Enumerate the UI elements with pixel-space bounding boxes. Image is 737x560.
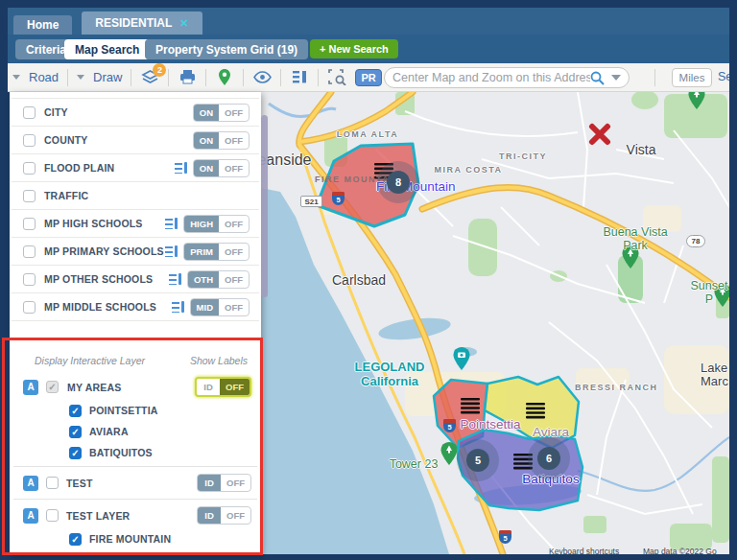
checkbox-checked[interactable]: ✓ (69, 405, 82, 417)
checkbox[interactable] (23, 190, 36, 202)
address-search-box[interactable] (384, 67, 630, 88)
checkbox-checked[interactable]: ✓ (69, 533, 82, 546)
group-row-test[interactable]: A TEST IDOFF (10, 470, 261, 496)
red-x-marker-icon[interactable] (588, 123, 611, 146)
toggle-off[interactable]: OFF (219, 160, 249, 176)
area-label-aviara[interactable]: Aviara (522, 425, 580, 439)
search-icon[interactable] (590, 71, 605, 85)
toggle-on[interactable]: HIGH (184, 216, 219, 232)
layer-row-mp-other-schools[interactable]: MP OTHER SCHOOLS OTHOFF (12, 265, 259, 292)
tree-pin-icon[interactable] (688, 92, 705, 109)
checkbox[interactable] (23, 162, 36, 175)
tab-residential[interactable]: RESIDENTIAL ✕ (82, 12, 202, 35)
poi-label-legoland[interactable]: LEGOLAND California (328, 360, 451, 388)
poi-label-tower23[interactable]: Tower 23 (387, 458, 440, 472)
legend-icon[interactable] (175, 162, 187, 174)
layer-row-flood-plain[interactable]: FLOOD PLAIN ONOFF (12, 153, 259, 181)
toggle-off[interactable]: OFF (220, 379, 250, 395)
layer-row-traffic[interactable]: TRAFFIC (12, 181, 259, 209)
checkbox[interactable] (23, 273, 36, 286)
legend-icon[interactable] (165, 245, 178, 257)
toggle-on[interactable]: MID (191, 299, 219, 315)
toggle-on[interactable]: OTH (188, 271, 219, 288)
toggle-off[interactable]: OFF (219, 216, 249, 232)
area-type-icon[interactable]: A (23, 508, 38, 524)
poi-label-sunset[interactable]: Sunset P (689, 280, 729, 307)
miles-selector[interactable]: Miles (672, 68, 712, 87)
legend-icon[interactable] (172, 301, 184, 313)
visibility-eye-icon[interactable] (252, 68, 272, 87)
toggle-on-off[interactable]: MIDOFF (190, 298, 250, 316)
tab-property-grid[interactable]: Property System Grid (19) (145, 39, 308, 59)
map-pin-icon[interactable] (215, 68, 234, 87)
address-search-input[interactable] (392, 71, 590, 84)
panel-scrollbar[interactable] (261, 115, 268, 297)
print-icon[interactable] (178, 68, 197, 87)
map-type-caret-icon[interactable] (12, 75, 20, 80)
child-row-pointsettia[interactable]: ✓ POINTSETTIA (10, 400, 261, 421)
checkbox[interactable] (23, 218, 36, 230)
toggle-off[interactable]: OFF (221, 475, 250, 491)
group-row-tips-class-test[interactable]: A TIP'S CLASS TEST IDOFF (10, 556, 261, 560)
draw-caret-icon[interactable] (77, 75, 84, 80)
legend-bars-icon[interactable] (290, 68, 309, 87)
toggle-on[interactable]: PRIM (184, 244, 219, 260)
poi-label-buena-vista-park[interactable]: Buena Vista Park (602, 226, 669, 253)
layer-row-county[interactable]: COUNTY ONOFF (12, 126, 259, 153)
checkbox-checked-disabled[interactable]: ✓ (46, 381, 59, 393)
layer-row-city[interactable]: CITY ONOFF (12, 98, 259, 126)
draw-dropdown[interactable]: Draw (93, 70, 122, 84)
group-row-test-layer[interactable]: A TEST LAYER IDOFF (10, 502, 261, 528)
toggle-on-off[interactable]: ONOFF (193, 159, 250, 177)
toggle-on[interactable]: ON (194, 160, 219, 176)
legend-icon[interactable] (165, 218, 178, 229)
cluster-marker-8[interactable]: 8 (387, 171, 410, 194)
new-search-button[interactable]: + New Search (310, 39, 398, 58)
toggle-off[interactable]: OFF (221, 507, 250, 524)
child-row-fire-mountain[interactable]: ✓ FIRE MOUNTAIN (10, 528, 261, 549)
map-type-dropdown[interactable]: Road (29, 70, 59, 84)
group-row-my-areas[interactable]: A ✓ MY AREAS IDOFF (10, 374, 261, 400)
toggle-on-off[interactable]: HIGHOFF (183, 215, 250, 233)
marquee-zoom-icon[interactable] (327, 68, 346, 87)
area-type-icon[interactable]: A (23, 476, 38, 491)
chevron-down-icon[interactable] (611, 75, 621, 81)
keyboard-shortcuts-link[interactable]: Keyboard shortcuts (549, 547, 619, 554)
area-label-pointsettia[interactable]: Pointsettia (451, 417, 530, 432)
checkbox[interactable] (23, 134, 36, 147)
toggle-id[interactable]: ID (198, 507, 221, 524)
checkbox[interactable] (46, 477, 59, 489)
toggle-id-off[interactable]: IDOFF (197, 506, 251, 525)
toggle-off[interactable]: OFF (219, 244, 249, 260)
checkbox[interactable] (23, 106, 36, 119)
tree-pin-icon[interactable] (440, 442, 458, 465)
toggle-id[interactable]: ID (198, 475, 221, 491)
checkbox-checked[interactable]: ✓ (69, 426, 82, 438)
child-row-aviara[interactable]: ✓ AVIARA (10, 421, 261, 442)
search-link[interactable]: Sea (718, 70, 729, 83)
area-type-icon[interactable]: A (23, 380, 38, 395)
layer-row-mp-high-schools[interactable]: MP HIGH SCHOOLS HIGHOFF (12, 209, 259, 237)
close-tab-icon[interactable]: ✕ (179, 17, 188, 30)
layers-icon[interactable]: 2 (140, 68, 159, 87)
tab-home[interactable]: Home (13, 15, 72, 35)
layer-row-mp-middle-schools[interactable]: MP MIDDLE SCHOOLS MIDOFF (12, 292, 259, 320)
toggle-on-off[interactable]: PRIMOFF (183, 243, 250, 261)
toggle-on[interactable]: ON (194, 105, 219, 121)
toggle-off[interactable]: OFF (219, 299, 249, 315)
checkbox[interactable] (46, 509, 59, 522)
tab-map-search[interactable]: Map Search (64, 39, 150, 59)
map-canvas[interactable]: S21 78 5 5 5 Oceanside Carlsbad Vista LO… (261, 92, 729, 554)
toggle-id-off[interactable]: IDOFF (195, 377, 251, 397)
toggle-on-off[interactable]: ONOFF (193, 131, 250, 150)
area-label-batiquitos[interactable]: Batiquitos (511, 472, 591, 486)
toggle-id[interactable]: ID (197, 379, 220, 395)
checkbox[interactable] (23, 245, 36, 258)
toggle-on-off[interactable]: OTHOFF (187, 270, 250, 289)
toggle-id-off[interactable]: IDOFF (197, 474, 251, 492)
camera-pin-icon[interactable] (453, 347, 470, 370)
cluster-marker-6[interactable]: 6 (537, 447, 560, 470)
cluster-marker-5[interactable]: 5 (466, 449, 489, 472)
layer-row-mp-primary-schools[interactable]: MP PRIMARY SCHOOLS PRIMOFF (12, 237, 259, 265)
checkbox-checked[interactable]: ✓ (69, 447, 82, 459)
